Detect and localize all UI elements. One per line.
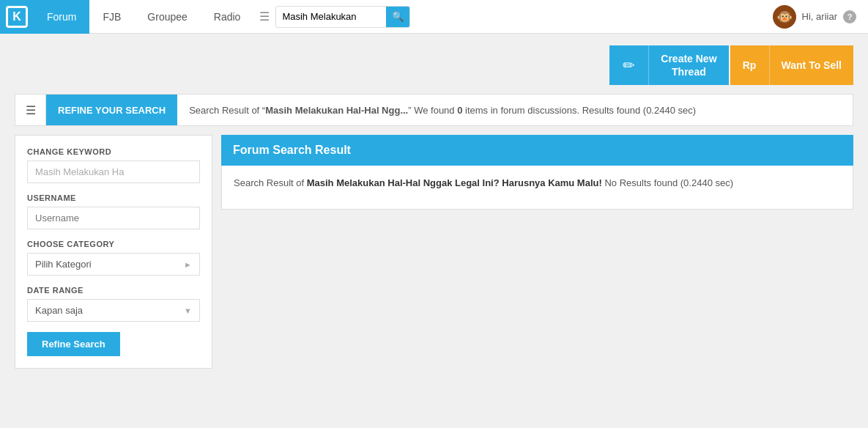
- logo[interactable]: K: [0, 0, 34, 34]
- search-result-bar: ☰ REFINE YOUR SEARCH Search Result of “M…: [15, 94, 853, 126]
- category-label: CHOOSE CATEGORY: [27, 240, 200, 248]
- forum-result-query: Masih Melakukan Hal-Hal Nggak Legal Ini?…: [307, 177, 602, 188]
- nav-right: 🐵 Hi, ariiar ?: [773, 5, 868, 29]
- username-label: USERNAME: [27, 193, 200, 202]
- username-label: Hi, ariiar: [802, 11, 837, 22]
- rp-icon: Rp: [730, 45, 770, 85]
- create-thread-label: Create NewThread: [649, 52, 728, 78]
- sidebar: CHANGE KEYWORD USERNAME CHOOSE CATEGORY …: [15, 135, 212, 369]
- avatar: 🐵: [773, 5, 796, 29]
- logo-icon: K: [6, 6, 28, 28]
- date-dropdown[interactable]: Kapan saja ▼: [27, 299, 200, 322]
- category-select[interactable]: Pilih Kategori ►: [27, 253, 200, 276]
- keyword-label: CHANGE KEYWORD: [27, 147, 200, 156]
- chevron-right-icon: ►: [184, 260, 192, 269]
- search-icon: 🔍: [392, 11, 404, 22]
- list-icon: ☰: [259, 10, 270, 23]
- keyword-input[interactable]: [27, 160, 200, 183]
- want-to-sell-button[interactable]: Rp Want To Sell: [730, 45, 853, 85]
- nav-item-fjb[interactable]: FJB: [89, 0, 134, 34]
- main-layout: CHANGE KEYWORD USERNAME CHOOSE CATEGORY …: [15, 135, 853, 369]
- forum-panel-header: Forum Search Result: [221, 135, 853, 166]
- search-result-text: Search Result of “Masih Melakukan Hal-Ha…: [177, 105, 853, 116]
- search-input[interactable]: [276, 11, 386, 22]
- refine-search-button[interactable]: Refine Search: [27, 332, 120, 356]
- action-area: ✏ Create NewThread Rp Want To Sell: [0, 34, 868, 94]
- nav-item-radio[interactable]: Radio: [201, 0, 254, 34]
- username-input[interactable]: [27, 207, 200, 229]
- create-thread-button[interactable]: ✏ Create NewThread: [609, 45, 728, 85]
- nav-item-groupee[interactable]: Groupee: [134, 0, 200, 34]
- filter-icon: ☰: [26, 103, 36, 117]
- search-button[interactable]: 🔍: [386, 6, 409, 28]
- nav-search-bar[interactable]: 🔍: [275, 6, 410, 28]
- pencil-icon: ✏: [609, 45, 649, 85]
- forum-panel-body: Search Result of Masih Melakukan Hal-Hal…: [221, 166, 853, 210]
- content-area: ☰ REFINE YOUR SEARCH Search Result of “M…: [0, 94, 868, 383]
- want-to-sell-label: Want To Sell: [770, 59, 853, 72]
- help-button[interactable]: ?: [843, 10, 856, 23]
- forum-panel: Forum Search Result Search Result of Mas…: [221, 135, 853, 369]
- date-label: DATE RANGE: [27, 286, 200, 295]
- filter-icon-button[interactable]: ☰: [15, 95, 46, 125]
- refine-tab[interactable]: REFINE YOUR SEARCH: [46, 95, 177, 125]
- navbar: K Forum FJB Groupee Radio ☰ 🔍 🐵 Hi, arii…: [0, 0, 868, 34]
- nav-item-forum[interactable]: Forum: [34, 0, 89, 34]
- search-query: Masih Melakukan Hal-Hal Ngg...: [265, 105, 408, 116]
- chevron-down-icon: ▼: [184, 306, 192, 315]
